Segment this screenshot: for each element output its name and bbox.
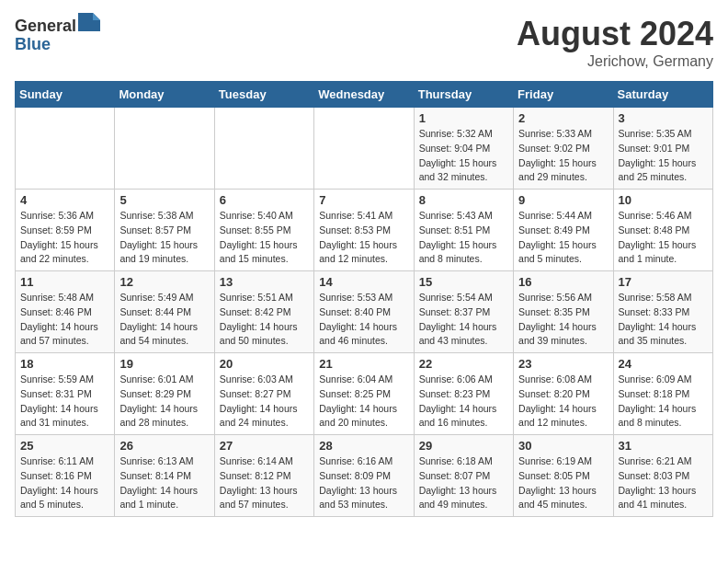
calendar-cell: 7Sunrise: 5:41 AMSunset: 8:53 PMDaylight… xyxy=(314,190,414,271)
calendar-cell: 5Sunrise: 5:38 AMSunset: 8:57 PMDaylight… xyxy=(115,190,214,271)
day-info: Sunrise: 5:51 AMSunset: 8:42 PMDaylight:… xyxy=(220,291,309,349)
svg-marker-1 xyxy=(93,13,100,20)
day-info: Sunrise: 6:08 AMSunset: 8:20 PMDaylight:… xyxy=(518,373,608,431)
calendar-cell: 3Sunrise: 5:35 AMSunset: 9:01 PMDaylight… xyxy=(613,108,712,190)
calendar-cell: 31Sunrise: 6:21 AMSunset: 8:03 PMDayligh… xyxy=(613,435,712,517)
week-row-1: 1Sunrise: 5:32 AMSunset: 9:04 PMDaylight… xyxy=(16,108,713,190)
calendar-cell xyxy=(214,108,313,190)
calendar-cell: 18Sunrise: 5:59 AMSunset: 8:31 PMDayligh… xyxy=(16,353,115,435)
day-number: 24 xyxy=(619,357,708,371)
day-info: Sunrise: 5:43 AMSunset: 8:51 PMDaylight:… xyxy=(419,209,508,267)
title-block: August 2024 Jerichow, Germany xyxy=(517,15,713,70)
logo: General Blue xyxy=(15,15,100,54)
calendar-header: SundayMondayTuesdayWednesdayThursdayFrid… xyxy=(16,82,713,108)
day-info: Sunrise: 5:35 AMSunset: 9:01 PMDaylight:… xyxy=(619,127,708,185)
day-info: Sunrise: 5:33 AMSunset: 9:02 PMDaylight:… xyxy=(518,127,608,185)
calendar-cell: 17Sunrise: 5:58 AMSunset: 8:33 PMDayligh… xyxy=(613,271,712,353)
week-row-4: 18Sunrise: 5:59 AMSunset: 8:31 PMDayligh… xyxy=(16,353,713,435)
calendar-cell: 9Sunrise: 5:44 AMSunset: 8:49 PMDaylight… xyxy=(514,190,613,271)
day-info: Sunrise: 6:06 AMSunset: 8:23 PMDaylight:… xyxy=(419,373,508,431)
page-header: General Blue August 2024 Jerichow, Germa… xyxy=(15,15,713,70)
calendar-cell: 6Sunrise: 5:40 AMSunset: 8:55 PMDaylight… xyxy=(214,190,313,271)
calendar-cell: 11Sunrise: 5:48 AMSunset: 8:46 PMDayligh… xyxy=(16,271,115,353)
logo-icon xyxy=(78,13,100,31)
day-info: Sunrise: 6:01 AMSunset: 8:29 PMDaylight:… xyxy=(119,373,209,431)
day-info: Sunrise: 5:59 AMSunset: 8:31 PMDaylight:… xyxy=(20,373,109,431)
day-number: 13 xyxy=(220,275,309,289)
calendar-cell: 22Sunrise: 6:06 AMSunset: 8:23 PMDayligh… xyxy=(414,353,513,435)
calendar-cell: 26Sunrise: 6:13 AMSunset: 8:14 PMDayligh… xyxy=(115,435,214,517)
calendar-cell: 12Sunrise: 5:49 AMSunset: 8:44 PMDayligh… xyxy=(115,271,214,353)
day-info: Sunrise: 5:53 AMSunset: 8:40 PMDaylight:… xyxy=(319,291,408,349)
day-number: 14 xyxy=(319,275,408,289)
calendar-cell: 30Sunrise: 6:19 AMSunset: 8:05 PMDayligh… xyxy=(514,435,613,517)
day-number: 22 xyxy=(419,357,508,371)
calendar-cell: 16Sunrise: 5:56 AMSunset: 8:35 PMDayligh… xyxy=(514,271,613,353)
calendar-cell: 25Sunrise: 6:11 AMSunset: 8:16 PMDayligh… xyxy=(16,435,115,517)
header-day-sunday: Sunday xyxy=(16,82,115,108)
calendar-cell: 2Sunrise: 5:33 AMSunset: 9:02 PMDaylight… xyxy=(514,108,613,190)
day-number: 21 xyxy=(319,357,408,371)
calendar-cell: 8Sunrise: 5:43 AMSunset: 8:51 PMDaylight… xyxy=(414,190,513,271)
day-number: 11 xyxy=(20,275,109,289)
day-info: Sunrise: 5:44 AMSunset: 8:49 PMDaylight:… xyxy=(518,209,608,267)
day-info: Sunrise: 5:32 AMSunset: 9:04 PMDaylight:… xyxy=(419,127,508,185)
day-number: 29 xyxy=(419,439,508,453)
calendar-cell: 28Sunrise: 6:16 AMSunset: 8:09 PMDayligh… xyxy=(314,435,414,517)
calendar-table: SundayMondayTuesdayWednesdayThursdayFrid… xyxy=(15,81,713,517)
week-row-3: 11Sunrise: 5:48 AMSunset: 8:46 PMDayligh… xyxy=(16,271,713,353)
day-number: 28 xyxy=(319,439,408,453)
day-info: Sunrise: 6:03 AMSunset: 8:27 PMDaylight:… xyxy=(220,373,309,431)
day-info: Sunrise: 6:09 AMSunset: 8:18 PMDaylight:… xyxy=(619,373,708,431)
day-number: 6 xyxy=(220,193,309,207)
calendar-cell: 24Sunrise: 6:09 AMSunset: 8:18 PMDayligh… xyxy=(613,353,712,435)
day-info: Sunrise: 6:13 AMSunset: 8:14 PMDaylight:… xyxy=(119,454,209,512)
week-row-5: 25Sunrise: 6:11 AMSunset: 8:16 PMDayligh… xyxy=(16,435,713,517)
day-info: Sunrise: 5:49 AMSunset: 8:44 PMDaylight:… xyxy=(119,291,209,349)
calendar-cell: 29Sunrise: 6:18 AMSunset: 8:07 PMDayligh… xyxy=(414,435,513,517)
day-info: Sunrise: 6:18 AMSunset: 8:07 PMDaylight:… xyxy=(419,454,508,512)
day-info: Sunrise: 6:19 AMSunset: 8:05 PMDaylight:… xyxy=(518,454,608,512)
calendar-cell: 1Sunrise: 5:32 AMSunset: 9:04 PMDaylight… xyxy=(414,108,513,190)
calendar-cell: 21Sunrise: 6:04 AMSunset: 8:25 PMDayligh… xyxy=(314,353,414,435)
header-row: SundayMondayTuesdayWednesdayThursdayFrid… xyxy=(16,82,713,108)
calendar-cell: 20Sunrise: 6:03 AMSunset: 8:27 PMDayligh… xyxy=(214,353,313,435)
location: Jerichow, Germany xyxy=(517,53,713,70)
day-number: 30 xyxy=(518,439,608,453)
day-info: Sunrise: 5:56 AMSunset: 8:35 PMDaylight:… xyxy=(518,291,608,349)
header-day-friday: Friday xyxy=(514,82,613,108)
calendar-cell: 14Sunrise: 5:53 AMSunset: 8:40 PMDayligh… xyxy=(314,271,414,353)
day-number: 12 xyxy=(119,275,209,289)
day-number: 26 xyxy=(119,439,209,453)
day-info: Sunrise: 5:54 AMSunset: 8:37 PMDaylight:… xyxy=(419,291,508,349)
calendar-cell: 27Sunrise: 6:14 AMSunset: 8:12 PMDayligh… xyxy=(214,435,313,517)
calendar-cell: 10Sunrise: 5:46 AMSunset: 8:48 PMDayligh… xyxy=(613,190,712,271)
day-info: Sunrise: 5:46 AMSunset: 8:48 PMDaylight:… xyxy=(619,209,708,267)
day-number: 4 xyxy=(20,193,109,207)
calendar-cell: 23Sunrise: 6:08 AMSunset: 8:20 PMDayligh… xyxy=(514,353,613,435)
day-number: 23 xyxy=(518,357,608,371)
day-number: 25 xyxy=(20,439,109,453)
day-number: 18 xyxy=(20,357,109,371)
day-number: 1 xyxy=(419,111,508,125)
header-day-wednesday: Wednesday xyxy=(314,82,414,108)
day-info: Sunrise: 6:16 AMSunset: 8:09 PMDaylight:… xyxy=(319,454,408,512)
day-info: Sunrise: 5:48 AMSunset: 8:46 PMDaylight:… xyxy=(20,291,109,349)
calendar-body: 1Sunrise: 5:32 AMSunset: 9:04 PMDaylight… xyxy=(16,108,713,517)
day-number: 20 xyxy=(220,357,309,371)
day-number: 2 xyxy=(518,111,608,125)
day-number: 31 xyxy=(619,439,708,453)
day-number: 15 xyxy=(419,275,508,289)
day-number: 5 xyxy=(119,193,209,207)
calendar-cell: 4Sunrise: 5:36 AMSunset: 8:59 PMDaylight… xyxy=(16,190,115,271)
day-number: 16 xyxy=(518,275,608,289)
day-info: Sunrise: 5:40 AMSunset: 8:55 PMDaylight:… xyxy=(220,209,309,267)
header-day-tuesday: Tuesday xyxy=(214,82,313,108)
day-number: 27 xyxy=(220,439,309,453)
day-number: 19 xyxy=(119,357,209,371)
svg-marker-0 xyxy=(78,13,100,31)
calendar-cell: 15Sunrise: 5:54 AMSunset: 8:37 PMDayligh… xyxy=(414,271,513,353)
day-info: Sunrise: 6:11 AMSunset: 8:16 PMDaylight:… xyxy=(20,454,109,512)
day-number: 17 xyxy=(619,275,708,289)
calendar-cell xyxy=(16,108,115,190)
